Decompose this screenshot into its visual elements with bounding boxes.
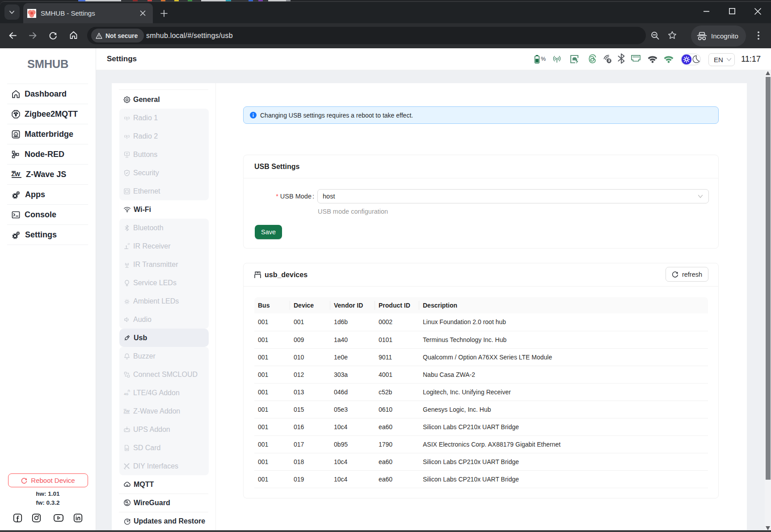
svg-text:2: 2 [126,135,128,137]
svg-text:ZW: ZW [124,409,130,414]
svg-text:1: 1 [126,116,128,119]
svg-text:4G: 4G [124,392,128,396]
svg-text:ZW: ZW [11,171,21,177]
